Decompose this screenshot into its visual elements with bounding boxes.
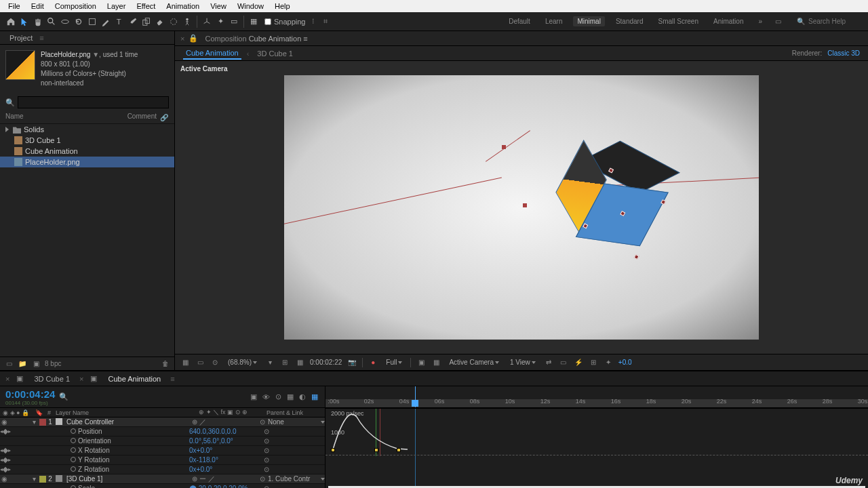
col-name[interactable]: Name <box>5 113 123 122</box>
brush-tool-icon[interactable] <box>127 16 138 27</box>
hand-tool-icon[interactable] <box>33 16 43 27</box>
motion-handle[interactable] <box>523 203 527 207</box>
pen-tool-icon[interactable] <box>100 16 111 27</box>
menu-animation[interactable]: Animation <box>161 2 205 10</box>
bpc-label[interactable]: 8 bpc <box>45 360 61 367</box>
comp-mini-icon[interactable]: ▣ <box>249 392 258 402</box>
menu-help[interactable]: Help <box>269 2 296 10</box>
selection-handle[interactable] <box>634 254 639 260</box>
crumb-3d-cube-1[interactable]: 3D Cube 1 <box>254 48 296 59</box>
workspace-small-screen[interactable]: Small Screen <box>654 16 703 26</box>
snapping-toggle[interactable]: Snapping ⁝ ⌗ <box>264 17 330 26</box>
workspace-learn[interactable]: Learn <box>541 16 567 26</box>
menu-view[interactable]: View <box>205 2 232 10</box>
workspace-overflow-icon[interactable]: » <box>754 16 766 26</box>
motion-handle[interactable] <box>502 145 506 149</box>
eraser-tool-icon[interactable] <box>155 16 165 27</box>
comp-viewport[interactable]: Active Camera <box>175 61 868 354</box>
workspace-animation[interactable]: Animation <box>709 16 747 26</box>
resolution-dropdown[interactable]: Full <box>383 358 405 367</box>
graph-editor-icon[interactable]: ▦ <box>310 392 319 402</box>
views-dropdown[interactable]: 1 View <box>507 358 538 367</box>
new-folder-icon[interactable]: 📁 <box>18 359 27 369</box>
axis-tool-icon[interactable] <box>201 16 212 27</box>
menu-layer[interactable]: Layer <box>102 2 132 10</box>
keyframe-handle[interactable] <box>397 448 401 452</box>
fast-preview-icon[interactable]: ⚡ <box>574 358 583 367</box>
reset-workspace-icon[interactable]: ▭ <box>773 17 783 26</box>
new-comp-icon[interactable]: ▣ <box>31 359 41 369</box>
transparency-icon[interactable]: ▦ <box>431 358 441 367</box>
project-panel-header[interactable]: Project ≡ <box>0 31 174 45</box>
shape-tool-icon[interactable] <box>87 16 98 27</box>
timeline-ruler[interactable]: :00s 02s 04s 06s 08s 10s 12s 14s 16s 18s… <box>326 386 868 408</box>
trash-icon[interactable]: 🗑 <box>161 359 170 369</box>
guides-icon[interactable]: ▦ <box>295 358 304 367</box>
home-icon[interactable] <box>5 16 16 27</box>
project-search-input[interactable] <box>18 96 169 108</box>
selection-tool-icon[interactable] <box>19 16 30 27</box>
search-help[interactable]: 🔍 <box>796 17 863 26</box>
col-comment[interactable]: Comment <box>123 113 157 122</box>
col-parent[interactable]: Parent & Link <box>264 409 325 416</box>
snapping-options-icon[interactable]: ⁝ <box>309 17 318 26</box>
alpha-icon[interactable]: ▦ <box>180 358 190 367</box>
snapshot-icon[interactable]: 📷 <box>347 358 357 367</box>
frame-blend-icon[interactable]: ▦ <box>285 392 295 402</box>
mask-icon[interactable]: ▭ <box>195 358 205 367</box>
menu-composition[interactable]: Composition <box>50 2 102 10</box>
layer-row-3d-cube-1[interactable]: ◉ ▾ 2 [3D Cube 1] ⊕ ー ／ ⊙ 1. Cube Contr <box>0 474 325 484</box>
cube-object[interactable] <box>545 126 673 254</box>
graph-editor[interactable]: 2000 px/sec 1000 (No selected properties… <box>326 408 868 488</box>
workspace-default[interactable]: Default <box>505 16 534 26</box>
prop-row-z-rotation[interactable]: ◂▸Z Rotation0x+0.0°⊙ <box>0 465 325 474</box>
type-tool-icon[interactable]: T <box>114 16 125 27</box>
workspace-standard[interactable]: Standard <box>612 16 648 26</box>
grid-icon[interactable]: ⊞ <box>280 358 290 367</box>
search-help-input[interactable] <box>808 18 863 25</box>
anchor-tool-icon[interactable]: ✦ <box>215 16 226 27</box>
menu-effect[interactable]: Effect <box>131 2 161 10</box>
prop-row-position[interactable]: ◂▸Position640.0,360.0,0.0⊙ <box>0 427 325 436</box>
asset-item-placeholder[interactable]: PlaceHolder.png <box>0 157 174 167</box>
interpret-icon[interactable]: ▭ <box>4 359 14 369</box>
rotation-tool-icon[interactable] <box>73 16 84 27</box>
graph-cti[interactable] <box>415 409 416 488</box>
current-timecode[interactable]: 0:00:04:24 <box>5 388 55 400</box>
timeline-icon[interactable]: ⊞ <box>589 358 598 367</box>
keyframe-handle[interactable] <box>374 448 378 452</box>
snap-extend-icon[interactable]: ⌗ <box>321 17 330 26</box>
exposure-value[interactable]: +0.0 <box>618 359 632 366</box>
asset-item-3dcube1[interactable]: 3D Cube 1 <box>0 135 174 146</box>
puppet-tool-icon[interactable] <box>182 16 193 27</box>
timeline-tab-cubeanim[interactable]: Cube Animation <box>104 373 165 384</box>
asset-item-solids[interactable]: Solids <box>0 124 174 135</box>
layer-row-cube-controller[interactable]: ◉ ▾ 1 Cube Controller ⊕ ／ ⊙ None <box>0 418 325 427</box>
snapping-checkbox[interactable] <box>264 18 271 25</box>
motion-blur-icon[interactable]: ◐ <box>298 392 307 402</box>
snap-grid-icon[interactable]: ▦ <box>248 16 259 27</box>
prop-row-orientation[interactable]: Orientation0.0°,56.0°,0.0°⊙ <box>0 436 325 446</box>
project-tab[interactable]: Project <box>5 33 37 43</box>
prop-row-x-rotation[interactable]: ◂▸X Rotation0x+0.0°⊙ <box>0 446 325 455</box>
res-down-icon[interactable]: ▾ <box>265 358 275 367</box>
workspace-minimal[interactable]: Minimal <box>573 16 604 26</box>
roto-tool-icon[interactable] <box>168 16 179 27</box>
shy-icon[interactable]: 👁 <box>261 392 271 402</box>
viewer-time[interactable]: 0:00:02:22 <box>310 359 342 366</box>
toggle-icon[interactable]: ⊙ <box>210 358 220 367</box>
zoom-tool-icon[interactable] <box>46 16 57 27</box>
crumb-cube-animation[interactable]: Cube Animation <box>183 47 241 60</box>
menu-edit[interactable]: Edit <box>26 2 50 10</box>
asset-item-cube-animation[interactable]: Cube Animation <box>0 146 174 157</box>
comp-canvas[interactable] <box>284 75 759 340</box>
pixel-ar-icon[interactable]: ▭ <box>559 358 568 367</box>
flowchart-icon[interactable]: ✦ <box>604 358 613 367</box>
comp-tab[interactable]: Composition Cube Animation ≡ <box>202 33 310 44</box>
draft-icon[interactable]: ⊙ <box>273 392 283 402</box>
cti-head[interactable] <box>412 400 418 407</box>
menu-window[interactable]: Window <box>232 2 269 10</box>
prop-row-scale[interactable]: Scale⬤ 20.0,20.0,20.0%⊙ <box>0 484 325 488</box>
keyframe-handle[interactable] <box>331 448 335 452</box>
orbit-tool-icon[interactable] <box>60 16 71 27</box>
